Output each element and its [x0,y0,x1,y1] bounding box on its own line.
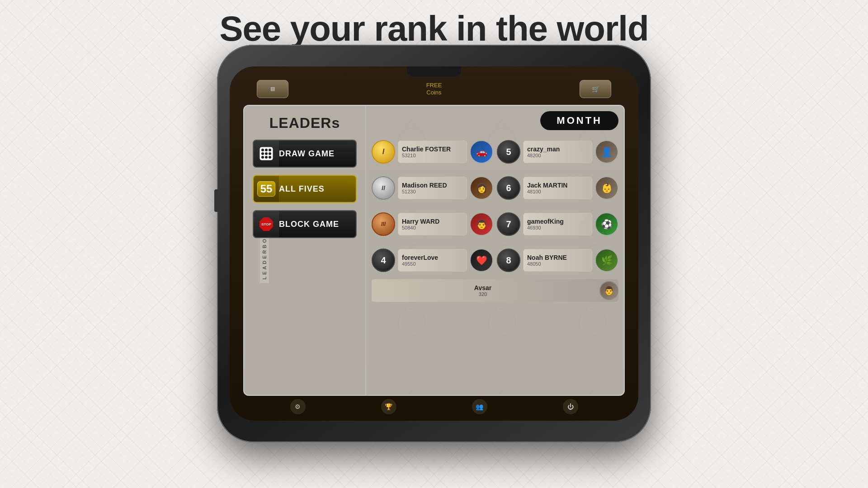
leader-row: 6 Jack MARTIN 48100 👶 [497,172,618,204]
leader-row: 5 crazy_man 48200 👤 [497,136,618,168]
leader-avatar-8: 🌿 [595,249,618,272]
current-user-avatar: 👨 [599,281,618,300]
svg-point-4 [261,152,264,155]
nav-icon-1[interactable]: ⚙ [290,399,306,414]
draw-game-label: DRAW GAME [279,149,356,159]
leader-name-7: gameofKing [527,218,588,225]
leader-avatar-3: 👨 [470,212,493,236]
phone-outer: ▤ FREECoins 🛒 LEADERBOARD LEADERs [217,45,651,442]
leaders-title: LEADERs [269,115,340,131]
leader-row: II Madison REED 51230 👩 [372,172,493,204]
rank-medal-2: II [372,176,395,200]
leader-score-1: 53210 [402,153,463,158]
game-bottom-nav: ⚙ 🏆 👥 ⏻ [252,397,616,416]
free-coins-icon[interactable]: FREECoins [420,78,448,100]
leader-avatar-5: 👤 [595,140,618,164]
leader-name-1: Charlie FOSTER [402,145,463,153]
leader-name-5: crazy_man [527,145,588,153]
current-user-bar: Avsar 320 👨 [372,279,618,302]
leader-info-1: Charlie FOSTER 53210 [398,141,467,163]
phone-notch [407,66,461,76]
all-fives-icon: 55 [254,176,279,202]
svg-point-8 [265,156,268,159]
svg-point-6 [269,152,271,155]
rank-medal-6: 6 [497,176,520,200]
leader-name-2: Madison REED [402,182,463,189]
rank-medal-5: 5 [497,140,520,164]
leader-name-3: Harry WARD [402,218,463,225]
block-game-icon: STOP [254,211,279,237]
all-fives-label: ALL FIVES [279,184,356,194]
nav-icon-4[interactable]: ⏻ [563,399,578,414]
leader-score-6: 48100 [527,189,588,194]
left-column: LEADERBOARD LEADERs [244,106,366,395]
right-column: MONTH I Charlie FOSTER 53210 [366,106,624,395]
leaderboard-panel: LEADERBOARD LEADERs [243,105,625,396]
rank-medal-3: III [372,212,395,236]
current-user-name: Avsar [474,284,491,291]
leader-avatar-7: ⚽ [595,212,618,236]
leader-score-3: 50840 [402,225,463,230]
svg-point-5 [265,152,268,155]
leader-info-3: Harry WARD 50840 [398,213,467,235]
leader-info-6: Jack MARTIN 48100 [523,177,592,199]
leader-info-7: gameofKing 46930 [523,213,592,235]
game-top-left-btn[interactable]: ▤ [257,80,288,98]
leader-name-6: Jack MARTIN [527,182,588,189]
leader-row: 8 Noah BYRNE 48050 🌿 [497,244,618,277]
leader-row: 4 foreverLove 49550 ❤️ [372,244,493,277]
rank-medal-4: 4 [372,249,395,272]
leader-row: I Charlie FOSTER 53210 🚗 [372,136,493,168]
leader-score-2: 51230 [402,189,463,194]
all-fives-button[interactable]: 55 ALL FIVES [253,175,357,203]
side-button [214,189,218,212]
svg-point-9 [269,156,271,159]
leader-avatar-6: 👶 [595,176,618,200]
leader-score-7: 46930 [527,225,588,230]
leader-info-8: Noah BYRNE 48050 [523,249,592,272]
draw-game-icon [254,141,279,167]
leader-name-4: foreverLove [402,254,463,261]
nav-icon-2[interactable]: 🏆 [381,399,396,414]
leader-score-8: 48050 [527,261,588,267]
svg-point-2 [265,149,268,151]
rank-medal-8: 8 [497,249,520,272]
leader-avatar-2: 👩 [470,176,493,200]
game-top-right-btn[interactable]: 🛒 [580,80,611,98]
draw-game-button[interactable]: DRAW GAME [253,140,357,168]
svg-point-1 [261,149,264,151]
block-game-button[interactable]: STOP BLOCK GAME [253,210,357,238]
phone-screen: ▤ FREECoins 🛒 LEADERBOARD LEADERs [230,66,638,421]
leader-info-4: foreverLove 49550 [398,249,467,272]
rank-medal-7: 7 [497,212,520,236]
leader-score-5: 48200 [527,153,588,158]
leader-info-5: crazy_man 48200 [523,141,592,163]
svg-point-3 [269,149,271,151]
leader-name-8: Noah BYRNE [527,254,588,261]
leader-row: 7 gameofKing 46930 ⚽ [497,208,618,240]
game-top-bar: ▤ FREECoins 🛒 [257,76,611,101]
leaders-grid: I Charlie FOSTER 53210 🚗 [372,136,618,277]
page-title: See your rank in the world [219,8,648,49]
month-filter-button[interactable]: MONTH [540,111,618,130]
block-game-label: BLOCK GAME [279,220,356,229]
leader-info-2: Madison REED 51230 [398,177,467,199]
current-user-score: 320 [479,291,487,297]
game-background: ▤ FREECoins 🛒 LEADERBOARD LEADERs [230,66,638,421]
leader-avatar-1: 🚗 [470,140,493,164]
leader-score-4: 49550 [402,261,463,267]
leader-avatar-4: ❤️ [470,249,493,272]
phone-frame: ▤ FREECoins 🛒 LEADERBOARD LEADERs [217,45,651,442]
leader-row: III Harry WARD 50840 👨 [372,208,493,240]
svg-point-7 [261,156,264,159]
nav-icon-3[interactable]: 👥 [472,399,487,414]
rank-medal-1: I [372,140,395,164]
